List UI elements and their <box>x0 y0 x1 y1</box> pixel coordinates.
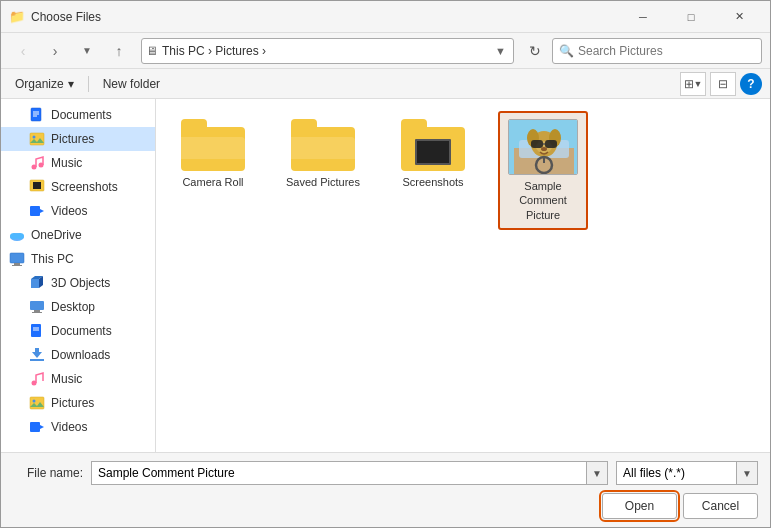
svg-point-14 <box>16 233 24 239</box>
sidebar-label-downloads: Downloads <box>51 348 110 362</box>
svg-rect-43 <box>545 140 557 148</box>
maximize-button[interactable]: □ <box>668 1 714 33</box>
filetype-dropdown-arrow[interactable]: ▼ <box>736 461 758 485</box>
window-icon: 📁 <box>9 9 25 25</box>
file-item-saved-pictures[interactable]: Saved Pictures <box>278 111 368 230</box>
sidebar-label-videos2: Videos <box>51 420 87 434</box>
window-title: Choose Files <box>31 10 620 24</box>
title-bar-controls: ─ □ ✕ <box>620 1 762 33</box>
pictures2-icon <box>29 395 45 411</box>
file-name-sample-comment: Sample Comment Picture <box>506 179 580 222</box>
svg-rect-4 <box>30 133 44 145</box>
toolbar-right: ⊞ ▼ ⊟ ? <box>680 72 762 96</box>
music-icon <box>29 155 45 171</box>
sidebar-item-documents2[interactable]: Documents <box>1 319 155 343</box>
back-button[interactable]: ‹ <box>9 37 37 65</box>
sidebar-item-pictures2[interactable]: Pictures <box>1 391 155 415</box>
file-item-screenshots[interactable]: Screenshots <box>388 111 478 230</box>
view-arrow: ▼ <box>694 79 703 89</box>
svg-rect-28 <box>35 348 39 353</box>
minimize-button[interactable]: ─ <box>620 1 666 33</box>
forward-button[interactable]: › <box>41 37 69 65</box>
filename-input[interactable] <box>91 461 586 485</box>
sidebar-item-videos2[interactable]: Videos <box>1 415 155 439</box>
file-item-camera-roll[interactable]: Camera Roll <box>168 111 258 230</box>
organize-button[interactable]: Organize ▾ <box>9 75 80 93</box>
svg-rect-18 <box>31 279 39 288</box>
close-button[interactable]: ✕ <box>716 1 762 33</box>
videos2-icon <box>29 419 45 435</box>
svg-rect-31 <box>30 397 44 409</box>
file-thumb-sample-comment <box>508 119 578 175</box>
filename-row: File name: ▼ ▼ <box>13 461 758 485</box>
search-icon: 🔍 <box>559 44 574 58</box>
filename-dropdown-arrow[interactable]: ▼ <box>586 461 608 485</box>
sidebar-label-videos: Videos <box>51 204 87 218</box>
svg-rect-17 <box>12 265 22 266</box>
3dobjects-icon <box>29 275 45 291</box>
action-buttons: Open Cancel <box>13 493 758 519</box>
search-input[interactable] <box>578 44 755 58</box>
panel-button[interactable]: ⊟ <box>710 72 736 96</box>
address-dropdown-arrow[interactable]: ▼ <box>492 45 509 57</box>
folder-icon-screenshots <box>401 119 465 171</box>
svg-rect-42 <box>531 140 543 148</box>
files-grid: Camera Roll Saved Pictures <box>168 111 758 230</box>
screenshots-icon <box>29 179 45 195</box>
svg-point-32 <box>33 400 36 403</box>
open-button[interactable]: Open <box>602 493 677 519</box>
svg-rect-15 <box>10 253 24 263</box>
thispc-icon <box>9 251 25 267</box>
address-bar[interactable]: 🖥 This PC › Pictures › ▼ <box>141 38 514 64</box>
main-content: Camera Roll Saved Pictures <box>156 99 770 452</box>
svg-rect-16 <box>14 263 20 265</box>
view-button[interactable]: ⊞ ▼ <box>680 72 706 96</box>
sidebar-label-3dobjects: 3D Objects <box>51 276 110 290</box>
organize-arrow: ▾ <box>68 77 74 91</box>
folder-icon-camera-roll <box>181 119 245 171</box>
svg-rect-33 <box>30 422 40 432</box>
sidebar-item-downloads[interactable]: Downloads <box>1 343 155 367</box>
downloads-icon <box>29 347 45 363</box>
sidebar-item-desktop[interactable]: Desktop <box>1 295 155 319</box>
svg-point-45 <box>541 147 547 151</box>
svg-rect-21 <box>30 301 44 310</box>
help-button[interactable]: ? <box>740 73 762 95</box>
onedrive-icon <box>9 227 25 243</box>
sidebar-item-documents[interactable]: Documents <box>1 103 155 127</box>
sidebar-section-thispc[interactable]: This PC <box>1 247 155 271</box>
sidebar-section-onedrive[interactable]: OneDrive <box>1 223 155 247</box>
sidebar-label-screenshots: Screenshots <box>51 180 118 194</box>
refresh-button[interactable]: ↻ <box>522 38 548 64</box>
sidebar-label-desktop: Desktop <box>51 300 95 314</box>
sidebar-label-music: Music <box>51 156 82 170</box>
dropdown-button[interactable]: ▼ <box>73 37 101 65</box>
view-icon: ⊞ <box>684 77 694 91</box>
svg-rect-22 <box>34 310 40 312</box>
svg-rect-23 <box>32 312 42 313</box>
filetype-wrap: ▼ <box>616 461 758 485</box>
file-item-sample-comment[interactable]: Sample Comment Picture <box>498 111 588 230</box>
new-folder-button[interactable]: New folder <box>97 75 166 93</box>
sidebar-label-documents: Documents <box>51 108 112 122</box>
sidebar-label-thispc: This PC <box>31 252 74 266</box>
sidebar-item-videos[interactable]: Videos <box>1 199 155 223</box>
sidebar-label-music2: Music <box>51 372 82 386</box>
help-label: ? <box>747 77 754 91</box>
up-button[interactable]: ↑ <box>105 37 133 65</box>
cancel-button[interactable]: Cancel <box>683 493 758 519</box>
sidebar-item-3dobjects[interactable]: 3D Objects <box>1 271 155 295</box>
file-name-camera-roll: Camera Roll <box>182 175 243 189</box>
svg-rect-10 <box>30 206 40 216</box>
sidebar-item-music[interactable]: Music <box>1 151 155 175</box>
organize-label: Organize <box>15 77 64 91</box>
sidebar-item-pictures[interactable]: Pictures <box>1 127 155 151</box>
svg-rect-9 <box>33 182 41 189</box>
documents2-icon <box>29 323 45 339</box>
nav-bar: ‹ › ▼ ↑ 🖥 This PC › Pictures › ▼ ↻ 🔍 <box>1 33 770 69</box>
sidebar-item-music2[interactable]: Music <box>1 367 155 391</box>
sidebar-label-pictures2: Pictures <box>51 396 94 410</box>
bottom-bar: File name: ▼ ▼ Open Cancel <box>1 452 770 527</box>
filetype-input[interactable] <box>616 461 736 485</box>
sidebar-item-screenshots[interactable]: Screenshots <box>1 175 155 199</box>
